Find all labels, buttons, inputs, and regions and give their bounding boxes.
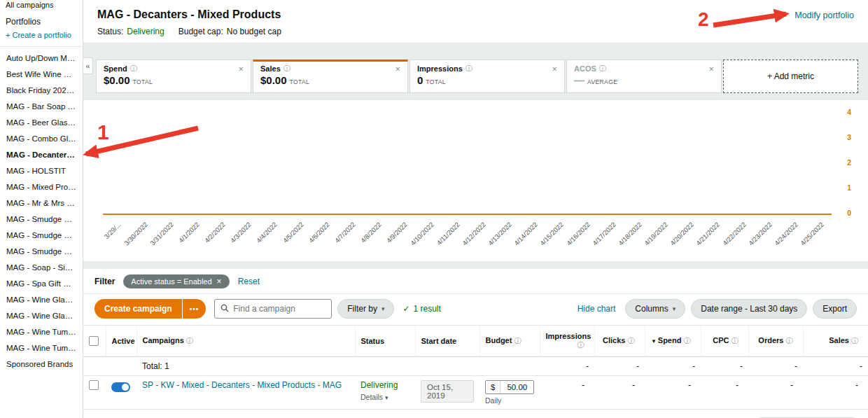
portfolio-item[interactable]: MAG - Wine Glass - Si... xyxy=(0,308,83,324)
metric-card-spend[interactable]: Spend ⓘ × $0.00TOTAL xyxy=(96,60,251,93)
col-start-date[interactable]: Start date xyxy=(415,326,479,357)
campaign-link[interactable]: SP - KW - Mixed - Decanters - Mixed Prod… xyxy=(142,380,342,390)
select-all-checkbox[interactable] xyxy=(89,336,99,346)
metric-value: $0.00 xyxy=(104,74,130,86)
close-icon[interactable]: × xyxy=(238,64,244,74)
budget-value: 50.00 xyxy=(500,381,533,393)
x-axis-label: 4/6/2022 xyxy=(311,219,337,261)
row-checkbox[interactable] xyxy=(89,380,99,390)
portfolio-item[interactable]: MAG - HOLSTIT xyxy=(0,163,83,179)
filter-by-button[interactable]: Filter by ▾ xyxy=(337,299,394,319)
portfolio-item[interactable]: MAG - Smudge Sticks... xyxy=(0,228,83,244)
col-budget[interactable]: Budget ⓘ xyxy=(479,326,540,357)
columns-button[interactable]: Columns ▾ xyxy=(625,299,685,319)
col-impressions[interactable]: Impressions ⓘ xyxy=(540,326,594,357)
search-input[interactable] xyxy=(233,304,326,314)
more-actions-button[interactable]: ••• xyxy=(183,299,206,319)
info-icon: ⓘ xyxy=(130,64,137,74)
portfolio-item[interactable]: MAG - Wine Glass - M... xyxy=(0,292,83,308)
portfolio-item[interactable]: MAG - Beer Glass - Si... xyxy=(0,115,83,131)
portfolio-header: MAG - Decanters - Mixed Products Status:… xyxy=(83,0,868,43)
info-icon: ⓘ xyxy=(786,337,793,344)
col-spend[interactable]: ▼Spend ⓘ xyxy=(645,326,701,357)
portfolio-item[interactable]: MAG - Wine Tumblers... xyxy=(0,340,83,356)
filter-chip-active-status[interactable]: Active status = Enabled × xyxy=(123,274,229,288)
date-range-button[interactable]: Date range - Last 30 days xyxy=(691,299,807,319)
budget-cap-label: Budget cap: xyxy=(178,27,223,36)
portfolio-item[interactable]: MAG - Mixed Products xyxy=(0,179,83,195)
main-content: MAG - Decanters - Mixed Products Status:… xyxy=(83,0,868,418)
close-icon[interactable]: × xyxy=(552,64,557,74)
col-cpc[interactable]: CPC ⓘ xyxy=(701,326,748,357)
portfolio-item[interactable]: MAG - Smudge Kit - S... xyxy=(0,211,83,228)
info-icon: ⓘ xyxy=(628,337,635,344)
portfolio-item[interactable]: MAG - Soap - Single ... xyxy=(0,260,83,276)
portfolio-item[interactable]: MAG - Combo Glass -... xyxy=(0,131,83,147)
portfolio-item[interactable]: MAG - Mr & Mrs - B0... xyxy=(0,195,83,211)
x-axis-label: 4/5/2022 xyxy=(285,219,311,261)
table-footer: Campaign status is current, but other ca… xyxy=(83,410,868,418)
col-status[interactable]: Status xyxy=(355,326,415,357)
campaign-table-panel: Filter Active status = Enabled × Reset C… xyxy=(83,268,868,418)
metric-value: $0.00 xyxy=(260,74,287,86)
status-line: Status: Delivering Budget cap: No budget… xyxy=(97,27,854,36)
info-icon: ⓘ xyxy=(284,64,290,74)
table-header-row: Active Campaigns ⓘ Status Start date Bud… xyxy=(83,326,868,357)
x-axis-label: 4/25/2022 xyxy=(806,219,832,261)
portfolio-item[interactable]: Sponsored Brands xyxy=(0,356,83,372)
campaign-row: SP - KW - Mixed - Decanters - Mixed Prod… xyxy=(83,376,868,410)
metric-card-impressions[interactable]: Impressions ⓘ × 0TOTAL xyxy=(410,60,565,93)
create-campaign-button[interactable]: Create campaign xyxy=(94,299,182,319)
info-icon: ⓘ xyxy=(599,64,606,74)
metric-value: — xyxy=(574,74,584,86)
info-icon: ⓘ xyxy=(684,337,691,344)
page-title: MAG - Decanters - Mixed Products xyxy=(97,8,854,21)
portfolio-item[interactable]: MAG - Bar Soap Gift ... xyxy=(0,99,83,115)
portfolio-item[interactable]: Black Friday 2021 Gif... xyxy=(0,83,83,99)
budget-cap-value: No budget cap xyxy=(227,27,281,36)
y-axis-tick: 4 xyxy=(847,108,851,116)
collapse-icon: « xyxy=(85,62,90,70)
close-icon[interactable]: × xyxy=(708,64,714,74)
chip-close-icon[interactable]: × xyxy=(217,277,222,286)
portfolio-item[interactable]: MAG - Spa Gift Set - ... xyxy=(0,276,83,292)
create-portfolio-link[interactable]: + Create a portfolio xyxy=(0,28,83,47)
sidebar-item-all-campaigns[interactable]: All campaigns xyxy=(0,0,83,13)
metric-name: Spend xyxy=(104,64,127,73)
y-axis-tick: 0 xyxy=(847,209,851,217)
add-metric-button[interactable]: + Add metric xyxy=(723,60,858,93)
x-axis-label: 4/1/2022 xyxy=(181,219,207,261)
details-toggle[interactable]: Details ▾ xyxy=(360,393,410,401)
metric-card-acos[interactable]: ACOS ⓘ × —AVERAGE xyxy=(566,60,722,93)
portfolio-item[interactable]: MAG - Smudge Sticks... xyxy=(0,244,83,260)
portfolio-item[interactable]: Auto Up/Down MAG-... xyxy=(0,50,83,67)
hide-chart-link[interactable]: Hide chart xyxy=(578,304,616,314)
budget-field[interactable]: $ 50.00 xyxy=(485,380,534,394)
y-axis-tick: 1 xyxy=(847,183,851,192)
chevron-down-icon: ▾ xyxy=(385,394,388,401)
start-date-field[interactable]: Oct 15, 2019 xyxy=(421,380,474,403)
row-status: Delivering xyxy=(360,380,410,390)
col-campaigns[interactable]: Campaigns ⓘ xyxy=(136,326,355,357)
modify-portfolio-link[interactable]: Modify portfolio xyxy=(794,11,854,20)
close-icon[interactable]: × xyxy=(395,64,400,74)
filter-label: Filter xyxy=(94,277,115,286)
budget-schedule: Daily xyxy=(485,396,534,405)
active-toggle[interactable] xyxy=(111,382,130,392)
metric-card-sales[interactable]: Sales ⓘ × $0.00TOTAL xyxy=(253,60,408,93)
campaign-search[interactable] xyxy=(214,299,332,319)
col-clicks[interactable]: Clicks ⓘ xyxy=(594,326,645,357)
col-sales[interactable]: Sales ⓘ xyxy=(803,326,868,357)
reset-filters-link[interactable]: Reset xyxy=(238,277,260,286)
portfolio-item[interactable]: MAG - Decanters - M... xyxy=(0,147,83,163)
portfolio-item[interactable]: Best Wife Wine Glass xyxy=(0,67,83,83)
portfolio-item[interactable]: MAG - Wine Tumbler ... xyxy=(0,324,83,340)
sidebar-collapse-button[interactable]: « xyxy=(83,57,93,74)
export-button[interactable]: Export xyxy=(813,299,857,319)
col-orders[interactable]: Orders ⓘ xyxy=(748,326,803,357)
status-label: Status: xyxy=(97,27,123,36)
info-icon: ⓘ xyxy=(465,64,472,74)
sidebar-item-portfolios[interactable]: Portfolios xyxy=(0,13,83,28)
portfolio-sidebar: All campaigns Portfolios + Create a port… xyxy=(0,0,83,418)
campaign-table: Active Campaigns ⓘ Status Start date Bud… xyxy=(83,325,868,410)
